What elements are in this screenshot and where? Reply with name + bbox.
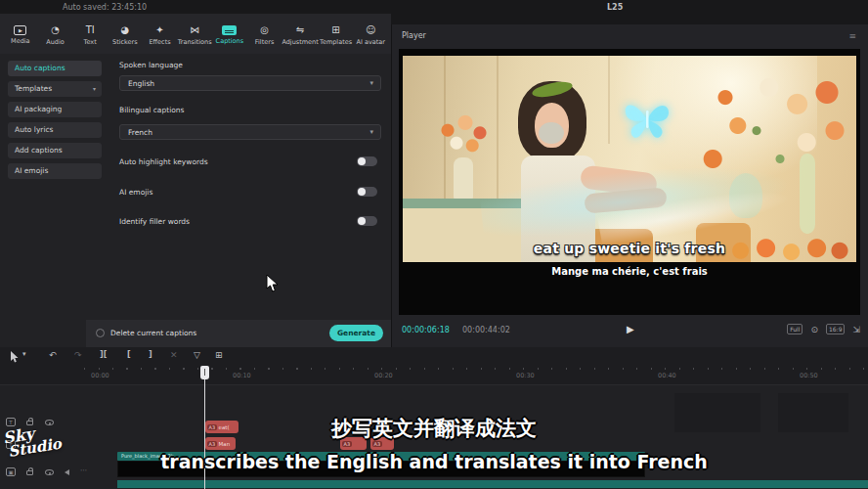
filler-words-label: Identify filler words bbox=[119, 217, 190, 226]
player-controls: 00:00:06:18 00:00:44:02 ▶ Full ⊙ 16:9 ⇲ bbox=[392, 315, 868, 347]
auto-highlight-toggle[interactable] bbox=[357, 156, 377, 166]
tab-text[interactable]: TI Text bbox=[72, 24, 108, 46]
redo-icon[interactable]: ↷ bbox=[74, 350, 82, 360]
total-duration: 00:00:44:02 bbox=[462, 326, 510, 334]
tab-adjustment[interactable]: ⇋ Adjustment bbox=[282, 24, 318, 46]
tab-stickers[interactable]: ◕ Stickers bbox=[108, 24, 143, 46]
tab-audio[interactable]: ◔ Audio bbox=[38, 24, 73, 46]
generate-button[interactable]: Generate bbox=[329, 325, 383, 341]
player-menu-icon[interactable]: ≡ bbox=[848, 31, 856, 41]
chevron-down-icon: ▾ bbox=[93, 81, 96, 97]
transitions-icon: ⋈ bbox=[190, 24, 199, 36]
mouse-cursor bbox=[266, 275, 279, 292]
media-icon: ▶ bbox=[14, 25, 26, 35]
filters-icon: ◎ bbox=[260, 24, 269, 36]
delete-captions-label: Delete current captions bbox=[110, 329, 196, 337]
bilingual-captions-label: Bilingual captions bbox=[119, 106, 184, 114]
trim-right-icon[interactable]: ] bbox=[149, 350, 152, 359]
auto-highlight-label: Auto highlight keywords bbox=[119, 157, 208, 166]
capcut-editor-window: Auto saved: 23:45:10 L25 ▶ Media ◔ Audio… bbox=[0, 0, 868, 489]
spoken-language-label: Spoken language bbox=[119, 61, 183, 69]
tab-transitions[interactable]: ⋈ Transitions bbox=[177, 24, 212, 46]
title-bar-right bbox=[391, 14, 868, 24]
video-preview[interactable]: eat up sweetie it's fresh Mange ma chéri… bbox=[399, 49, 860, 315]
undo-icon[interactable]: ↶ bbox=[49, 350, 57, 360]
fullscreen-icon[interactable]: ⇲ bbox=[852, 325, 860, 334]
preview-quality-button[interactable]: Full bbox=[787, 324, 803, 334]
select-tool-icon[interactable] bbox=[10, 351, 19, 363]
templates-icon: ⊞ bbox=[331, 24, 339, 36]
autosave-status: Auto saved: 23:45:10 bbox=[63, 3, 147, 12]
captions-sidebar: Auto captions Templates ▾ AI packaging A… bbox=[0, 54, 108, 347]
sidebar-item-add-captions[interactable]: Add captions bbox=[8, 143, 102, 158]
subtitle-chinese: 抄写英文并翻译成法文 bbox=[0, 415, 868, 442]
ai-emojis-toggle[interactable] bbox=[357, 187, 377, 197]
delete-captions-checkbox[interactable] bbox=[96, 329, 105, 337]
play-button[interactable]: ▶ bbox=[627, 324, 634, 334]
player-title: Player bbox=[402, 31, 426, 40]
adjustment-icon: ⇋ bbox=[296, 24, 304, 36]
player-panel: Player ≡ bbox=[392, 24, 868, 347]
tab-filters[interactable]: ◎ Filters bbox=[247, 24, 282, 46]
split-icon[interactable]: ][ bbox=[100, 350, 107, 359]
tab-effects[interactable]: ✦ Effects bbox=[143, 24, 178, 46]
trim-left-icon[interactable]: [ bbox=[127, 350, 131, 359]
ai-avatar-icon: ☺ bbox=[366, 24, 375, 36]
tab-ai-avatar[interactable]: ☺ AI avatar bbox=[353, 24, 388, 46]
text-icon: TI bbox=[86, 24, 95, 36]
mask-icon[interactable]: ▽ bbox=[194, 350, 200, 360]
butterfly-hologram bbox=[622, 97, 673, 142]
tab-templates[interactable]: ⊞ Templates bbox=[319, 24, 354, 46]
delete-icon[interactable]: ✕ bbox=[170, 350, 178, 360]
effects-icon: ✦ bbox=[155, 24, 163, 36]
chevron-down-icon: ▾ bbox=[369, 128, 373, 136]
subtitle-english: transcribes the English and translates i… bbox=[0, 451, 868, 472]
video-caption-english: eat up sweetie it's fresh bbox=[403, 241, 856, 256]
sidebar-item-auto-lyrics[interactable]: Auto lyrics bbox=[8, 122, 102, 138]
tab-media[interactable]: ▶ Media bbox=[3, 24, 38, 45]
sidebar-item-templates[interactable]: Templates ▾ bbox=[8, 81, 102, 97]
sidebar-item-ai-packaging[interactable]: AI packaging bbox=[8, 102, 102, 117]
audio-track-clip[interactable] bbox=[117, 480, 868, 488]
snapshot-icon[interactable]: ⊙ bbox=[810, 325, 818, 334]
captions-panel-footer: Delete current captions Generate bbox=[86, 320, 391, 347]
aspect-ratio-button[interactable]: 16:9 bbox=[826, 324, 845, 334]
sidebar-item-auto-captions[interactable]: Auto captions bbox=[8, 61, 102, 76]
select-tool-dropdown[interactable]: ▾ bbox=[22, 350, 26, 358]
captions-icon bbox=[222, 25, 237, 35]
audio-icon: ◔ bbox=[51, 24, 60, 36]
spoken-language-select[interactable]: English ▾ bbox=[119, 75, 381, 91]
left-flower-vase bbox=[436, 112, 495, 163]
chevron-down-icon: ▾ bbox=[369, 79, 373, 87]
main-toolbar: ▶ Media ◔ Audio TI Text ◕ Stickers ✦ Eff… bbox=[0, 14, 391, 54]
timeline-ruler[interactable]: 00:00 00:10 00:20 00:30 00:40 00:50 bbox=[0, 367, 868, 384]
sky-studio-watermark: Sky Studio bbox=[2, 422, 63, 460]
playhead-handle[interactable] bbox=[200, 366, 209, 379]
timeline-toolbar: ▾ ↶ ↷ ][ [ ] ✕ ▽ ⊞ bbox=[0, 347, 868, 367]
session-label: L25 bbox=[607, 3, 623, 12]
video-frame: eat up sweetie it's fresh bbox=[403, 56, 856, 262]
tab-captions[interactable]: Captions bbox=[212, 24, 247, 45]
add-track-icon[interactable]: ⊞ bbox=[215, 350, 223, 360]
current-time: 00:00:06:18 bbox=[402, 326, 450, 334]
ai-emojis-label: AI emojis bbox=[119, 188, 152, 197]
sidebar-item-ai-emojis[interactable]: AI emojis bbox=[8, 163, 102, 179]
auto-captions-panel: Spoken language English ▾ Bilingual capt… bbox=[108, 54, 391, 347]
video-caption-french: Mange ma chérie, c'est frais bbox=[399, 266, 860, 277]
filler-words-toggle[interactable] bbox=[357, 216, 377, 226]
stickers-icon: ◕ bbox=[120, 24, 129, 36]
bilingual-language-select[interactable]: French ▾ bbox=[119, 124, 381, 140]
